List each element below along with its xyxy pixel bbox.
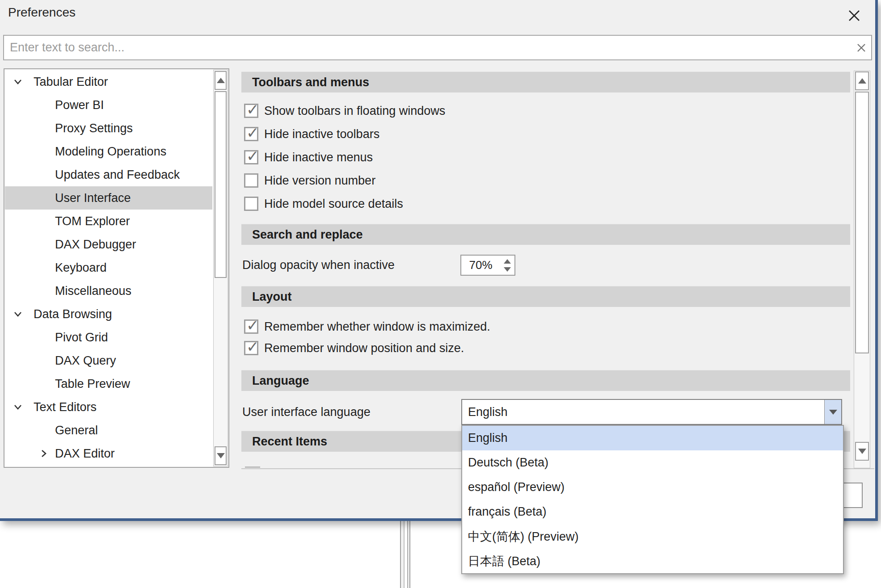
scroll-up-button[interactable] bbox=[855, 71, 869, 90]
chevron-down-icon[interactable] bbox=[12, 308, 24, 320]
tree-item-user-interface[interactable]: User Interface bbox=[5, 186, 212, 210]
dropdown-item-deutsch[interactable]: Deutsch (Beta) bbox=[462, 450, 843, 475]
language-dropdown: English Deutsch (Beta) español (Preview)… bbox=[461, 425, 844, 574]
spinner-down-icon[interactable] bbox=[504, 267, 511, 272]
chevron-down-icon[interactable] bbox=[12, 76, 24, 88]
triangle-up-icon bbox=[217, 78, 225, 83]
checkbox-checked-icon[interactable] bbox=[244, 341, 258, 355]
close-icon bbox=[847, 8, 861, 23]
checkbox-hide-inactive-menus[interactable]: Hide inactive menus bbox=[244, 146, 373, 169]
triangle-down-icon bbox=[217, 453, 225, 458]
tree-item-power-bi[interactable]: Power BI bbox=[5, 93, 212, 117]
language-combobox-value: English bbox=[462, 400, 824, 424]
dropdown-item-japanese[interactable]: 日本語 (Beta) bbox=[462, 549, 843, 573]
checkbox-hide-version-number[interactable]: Hide version number bbox=[244, 169, 375, 192]
dropdown-item-english[interactable]: English bbox=[462, 426, 843, 450]
screen: Preferences Enter text to search... bbox=[0, 0, 881, 588]
tree-item-tom-explorer[interactable]: TOM Explorer bbox=[5, 210, 212, 233]
tree-item-data-browsing[interactable]: Data Browsing bbox=[5, 302, 212, 326]
tree-item-text-editors[interactable]: Text Editors bbox=[5, 395, 212, 419]
tree-item-updates-and-feedback[interactable]: Updates and Feedback bbox=[5, 163, 212, 186]
triangle-down-icon bbox=[829, 410, 837, 415]
tree-item-table-preview[interactable]: Table Preview bbox=[5, 372, 212, 395]
checkbox-show-toolbars-floating[interactable]: Show toolbars in floating windows bbox=[244, 99, 445, 122]
panel-scrollbar[interactable] bbox=[854, 71, 870, 468]
background-window-edge bbox=[400, 521, 405, 588]
tree-item-modeling-operations[interactable]: Modeling Operations bbox=[5, 140, 212, 163]
scroll-thumb[interactable] bbox=[855, 92, 869, 353]
opacity-label: Dialog opacity when inactive bbox=[242, 255, 395, 276]
checkbox-remember-maximized[interactable]: Remember whether window is maximized. bbox=[244, 315, 490, 338]
tree-item-tabular-editor[interactable]: Tabular Editor bbox=[5, 70, 212, 93]
search-input[interactable]: Enter text to search... bbox=[3, 35, 872, 60]
tree-scrollbar[interactable] bbox=[213, 70, 228, 466]
section-header-toolbars-and-menus: Toolbars and menus bbox=[241, 71, 850, 92]
ui-language-label: User interface language bbox=[242, 399, 371, 425]
tree-item-dax-debugger[interactable]: DAX Debugger bbox=[5, 233, 212, 256]
checkbox-checked-icon[interactable] bbox=[244, 127, 258, 141]
checkbox-unchecked-icon[interactable] bbox=[244, 197, 258, 211]
section-header-layout: Layout bbox=[241, 286, 850, 307]
background-window-edge bbox=[407, 521, 410, 588]
scroll-down-button[interactable] bbox=[855, 442, 869, 461]
close-button[interactable] bbox=[844, 5, 864, 26]
checkbox-checked-icon[interactable] bbox=[244, 319, 258, 334]
scroll-down-button[interactable] bbox=[215, 446, 227, 465]
section-header-language: Language bbox=[241, 370, 850, 391]
tree-item-keyboard[interactable]: Keyboard bbox=[5, 256, 212, 279]
search-placeholder: Enter text to search... bbox=[4, 41, 851, 55]
language-combobox[interactable]: English bbox=[461, 399, 842, 425]
clear-search-icon[interactable] bbox=[851, 38, 871, 58]
scroll-up-button[interactable] bbox=[215, 71, 227, 90]
triangle-up-icon bbox=[858, 78, 866, 84]
tree-item-dax-editor[interactable]: DAX Editor bbox=[5, 442, 212, 465]
tree-item-pivot-grid[interactable]: Pivot Grid bbox=[5, 326, 212, 349]
chevron-down-icon[interactable] bbox=[12, 401, 24, 413]
combobox-dropdown-button[interactable] bbox=[824, 400, 841, 424]
checkbox-checked-icon[interactable] bbox=[244, 104, 258, 118]
settings-tree: Tabular Editor Power BI Proxy Settings M… bbox=[4, 68, 229, 468]
checkbox-remember-position-size[interactable]: Remember window position and size. bbox=[244, 336, 464, 360]
dropdown-item-francais[interactable]: français (Beta) bbox=[462, 500, 843, 524]
triangle-down-icon bbox=[858, 449, 866, 454]
checkbox-hide-inactive-toolbars[interactable]: Hide inactive toolbars bbox=[244, 122, 379, 146]
chevron-right-icon[interactable] bbox=[38, 448, 50, 459]
section-header-search-and-replace: Search and replace bbox=[241, 224, 850, 245]
checkbox-checked-icon[interactable] bbox=[244, 150, 258, 164]
scroll-thumb[interactable] bbox=[215, 91, 227, 278]
checkbox-hide-model-source-details[interactable]: Hide model source details bbox=[244, 192, 403, 215]
spinner-up-icon[interactable] bbox=[504, 259, 511, 264]
checkbox-unchecked-icon[interactable] bbox=[244, 173, 258, 188]
settings-panel: Toolbars and menus Show toolbars in floa… bbox=[241, 71, 850, 468]
dropdown-item-espanol[interactable]: español (Preview) bbox=[462, 475, 843, 500]
opacity-value: 70% bbox=[461, 256, 500, 275]
opacity-spinner[interactable]: 70% bbox=[460, 255, 515, 276]
dropdown-item-chinese[interactable]: 中文(简体) (Preview) bbox=[462, 524, 843, 549]
tree-item-dax-query[interactable]: DAX Query bbox=[5, 349, 212, 372]
tree-item-general[interactable]: General bbox=[5, 419, 212, 442]
page-title: Preferences bbox=[8, 5, 76, 20]
tree-item-miscellaneous[interactable]: Miscellaneous bbox=[5, 279, 212, 302]
tree-item-proxy-settings[interactable]: Proxy Settings bbox=[5, 117, 212, 140]
